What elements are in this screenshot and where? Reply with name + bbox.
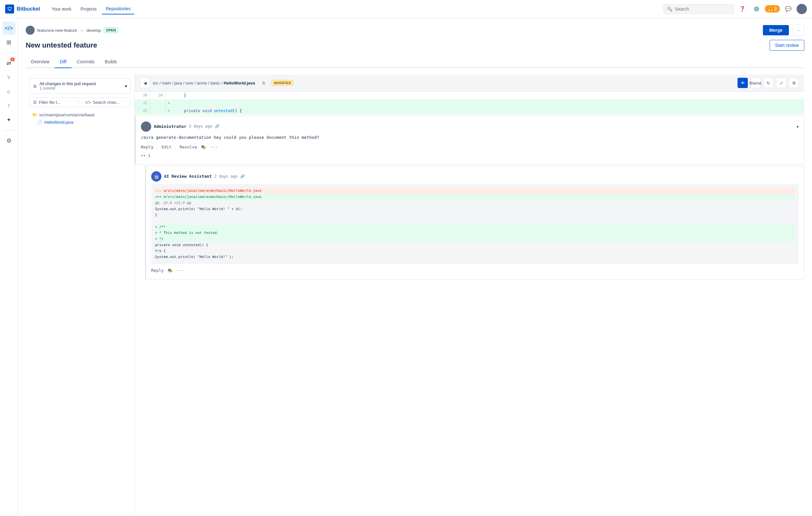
search-box[interactable]: 🔍 bbox=[663, 4, 734, 14]
line-sign-21: + bbox=[166, 99, 172, 107]
user-avatar[interactable] bbox=[796, 4, 807, 14]
diff-line-21: 21 + bbox=[135, 99, 804, 107]
pr-author-avatar bbox=[26, 26, 35, 35]
ai-more-action[interactable]: ··· bbox=[176, 267, 184, 274]
ai-code-line-7: + * This method is not tested. bbox=[155, 230, 795, 236]
admin-comment-thread: Administrator 2 days ago 🔗 ▾ /aira gener… bbox=[135, 116, 804, 164]
fork-icon: ⑂ bbox=[7, 74, 10, 81]
copy-path-button[interactable]: ⎘ bbox=[259, 78, 269, 88]
pr-breadcrumb: feature/a-new-feature → develop OPEN Mer… bbox=[26, 24, 804, 36]
tab-commits[interactable]: Commits bbox=[71, 56, 99, 68]
code-icon: </> bbox=[4, 25, 13, 32]
deploy-icon: ↑ bbox=[7, 103, 10, 109]
admin-time: 2 days ago bbox=[189, 124, 212, 130]
sidebar-icon-deploy[interactable]: ↑ bbox=[3, 99, 16, 112]
target-branch: develop bbox=[86, 28, 101, 33]
settings-icon: ⚙ bbox=[6, 137, 11, 144]
pr-header-row: New untested feature Start review bbox=[26, 40, 804, 51]
diff-line-20: 20 20 } bbox=[135, 91, 804, 99]
search-icon: 🔍 bbox=[667, 6, 672, 11]
pr-badge: 1 bbox=[10, 57, 14, 61]
ai-reply-action[interactable]: Reply bbox=[151, 267, 164, 274]
nav-your-work[interactable]: Your work bbox=[48, 4, 76, 14]
settings-button[interactable]: ⚙️ bbox=[751, 3, 762, 15]
diff-settings-button[interactable]: ⚙ bbox=[789, 78, 799, 88]
search-changes-button[interactable]: </> Search chan... bbox=[82, 97, 131, 107]
logo[interactable]: Bitbucket bbox=[5, 4, 40, 13]
ai-code-line-6: + /** bbox=[155, 224, 795, 230]
diff-panel: ◀ src / main / java / com / acme / basic… bbox=[135, 75, 804, 513]
collapse-diff-button[interactable]: ◀ bbox=[140, 78, 150, 88]
admin-comment-actions: Reply Edit Resolve 🎭 ··· bbox=[141, 144, 799, 151]
fullscreen-button[interactable]: ⤢ bbox=[776, 78, 786, 88]
ai-link-icon[interactable]: 🔗 bbox=[240, 173, 245, 180]
tab-builds[interactable]: Builds bbox=[99, 56, 122, 68]
admin-reply-action[interactable]: Reply bbox=[141, 144, 153, 151]
admin-link-icon[interactable]: 🔗 bbox=[215, 124, 220, 130]
tab-overview[interactable]: Overview bbox=[26, 56, 55, 68]
nav-repositories[interactable]: Repositories bbox=[102, 3, 135, 15]
ai-reaction-emoji[interactable]: 🎭 bbox=[168, 267, 173, 274]
notifications-button[interactable]: 💬 bbox=[782, 3, 794, 15]
diff-header-actions: 👁 Blame ↻ ⤢ ⚙ bbox=[737, 78, 799, 88]
branch-arrow-icon: → bbox=[80, 28, 84, 33]
ai-code-line-3: System.out.println( "Hello World! " + d)… bbox=[155, 206, 795, 212]
admin-comment-header: Administrator 2 days ago 🔗 ▾ bbox=[141, 121, 799, 132]
changes-selector[interactable]: ⊙ All changes in this pull request 1 com… bbox=[30, 78, 130, 93]
file-row-helloworld[interactable]: 📄 HelloWorld.java bbox=[30, 118, 130, 126]
refresh-button[interactable]: ↻ bbox=[763, 78, 774, 88]
admin-resolve-action[interactable]: Resolve bbox=[179, 144, 197, 151]
changes-selector-sub: 1 commit bbox=[39, 86, 96, 90]
admin-comment-body: /aira generate-documentation hey could y… bbox=[141, 134, 799, 141]
integrations-icon: ✦ bbox=[6, 116, 11, 124]
line-sign-22: + bbox=[166, 107, 172, 115]
sidebar-icon-source[interactable]: ⊞ bbox=[3, 36, 16, 49]
more-options-button[interactable]: ··· bbox=[793, 24, 804, 36]
diff-file-header: ◀ src / main / java / com / acme / basic… bbox=[135, 75, 804, 91]
line-num-old-21: 21 bbox=[135, 99, 150, 107]
changes-selector-text: All changes in this pull request 1 commi… bbox=[39, 81, 96, 90]
nav-projects[interactable]: Projects bbox=[77, 4, 101, 14]
line-sign-20 bbox=[166, 91, 172, 99]
file-name: HelloWorld.java bbox=[44, 120, 74, 125]
line-num-old-20: 20 bbox=[135, 91, 150, 99]
sidebar-icon-integrations[interactable]: ✦ bbox=[3, 113, 16, 126]
search-input[interactable] bbox=[675, 6, 730, 11]
sidebar-icon-pr[interactable]: ⇌ 1 bbox=[3, 57, 16, 70]
top-nav: Bitbucket Your work Projects Repositorie… bbox=[0, 0, 812, 18]
diff-layout: ⊙ All changes in this pull request 1 com… bbox=[26, 75, 804, 513]
ai-comment-actions: Reply 🎭 ··· bbox=[151, 267, 799, 274]
ai-author: AI Review Assistant bbox=[164, 173, 212, 180]
ai-code-line-5 bbox=[155, 218, 795, 224]
admin-sub-count: •• 1 bbox=[141, 153, 799, 159]
warning-count: 2 bbox=[775, 6, 777, 11]
pr-status-badge: OPEN bbox=[104, 27, 118, 33]
tab-diff[interactable]: Diff bbox=[55, 56, 71, 68]
blame-button[interactable]: Blame bbox=[750, 78, 761, 88]
svg-point-0 bbox=[9, 10, 10, 11]
warning-badge[interactable]: ⚠️ 2 bbox=[765, 5, 780, 12]
filter-row: ☰ Filter file t... </> Search chan... bbox=[30, 97, 130, 107]
sidebar-icon-code[interactable]: </> bbox=[3, 22, 16, 35]
start-review-button[interactable]: Start review bbox=[770, 40, 804, 51]
changes-selector-chevron: ▾ bbox=[125, 84, 127, 89]
admin-author: Administrator bbox=[154, 124, 186, 130]
diff-filename: HelloWorld.java bbox=[224, 81, 255, 85]
sep2 bbox=[175, 145, 176, 150]
ai-code-line-2: @@ -22,6 +22,9 @@ bbox=[155, 200, 795, 206]
admin-more-action[interactable]: ··· bbox=[210, 144, 217, 151]
sidebar-icon-settings[interactable]: ⚙ bbox=[3, 134, 16, 147]
filter-file-button[interactable]: ☰ Filter file t... bbox=[30, 97, 79, 107]
eye-button[interactable]: 👁 bbox=[737, 78, 748, 88]
ai-code-line-4: } bbox=[155, 212, 795, 218]
warning-icon: ⚠️ bbox=[768, 6, 773, 11]
help-button[interactable]: ❓ bbox=[736, 3, 748, 15]
nav-links: Your work Projects Repositories bbox=[48, 3, 135, 15]
sidebar-icon-fork[interactable]: ⑂ bbox=[3, 71, 16, 84]
admin-collapse-button[interactable]: ▾ bbox=[796, 124, 799, 129]
admin-edit-action[interactable]: Edit bbox=[162, 144, 171, 151]
admin-reaction-emoji[interactable]: 🎭 bbox=[201, 144, 206, 151]
merge-button[interactable]: Merge bbox=[763, 25, 789, 35]
sidebar-icon-pipeline[interactable]: ○ bbox=[3, 85, 16, 98]
left-sidebar: </> ⊞ ⇌ 1 ⑂ ○ ↑ ✦ ⚙ bbox=[0, 18, 18, 516]
